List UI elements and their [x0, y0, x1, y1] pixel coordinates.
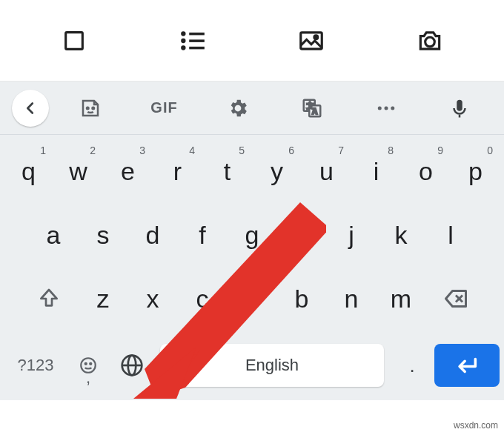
key-k[interactable]: k [377, 205, 426, 265]
svg-rect-6 [189, 46, 205, 48]
more-options-icon[interactable] [349, 86, 423, 130]
gif-button[interactable]: GIF [127, 86, 202, 130]
key-v[interactable]: v [228, 269, 277, 328]
svg-point-10 [87, 107, 89, 109]
key-o[interactable]: o9 [401, 142, 451, 201]
key-r[interactable]: r4 [153, 142, 202, 201]
key-l[interactable]: l [426, 205, 476, 265]
camera-icon[interactable] [412, 23, 448, 59]
svg-rect-4 [189, 32, 205, 34]
key-z[interactable]: z [79, 269, 128, 328]
svg-rect-0 [66, 32, 83, 49]
key-d[interactable]: d [128, 205, 178, 265]
keyboard-row-1: q1 w2 e3 r4 t5 y6 u7 i8 o9 p0 [0, 139, 504, 203]
keyboard-row-3: z x c v b n m [0, 267, 504, 331]
svg-rect-5 [189, 39, 205, 41]
svg-point-9 [425, 37, 435, 47]
key-y[interactable]: y6 [252, 142, 302, 201]
key-w[interactable]: w2 [53, 142, 103, 201]
watermark: wsxdn.com [454, 420, 498, 431]
key-t[interactable]: t5 [202, 142, 252, 201]
key-n[interactable]: n [327, 269, 377, 328]
keyboard: q1 w2 e3 r4 t5 y6 u7 i8 o9 p0 a s d f g … [0, 135, 504, 400]
keyboard-row-2: a s d f g h j k l [0, 203, 504, 267]
stickers-icon[interactable] [53, 86, 127, 130]
key-x[interactable]: x [128, 269, 178, 328]
svg-point-24 [90, 363, 91, 365]
key-c[interactable]: c [178, 269, 228, 328]
key-b[interactable]: b [277, 269, 327, 328]
svg-point-17 [384, 106, 388, 110]
svg-text:A: A [312, 107, 317, 115]
key-g[interactable]: g [228, 205, 277, 265]
emoji-key[interactable]: , [67, 342, 110, 389]
svg-point-3 [181, 45, 185, 50]
svg-point-16 [377, 106, 381, 110]
app-toolbar [0, 0, 504, 82]
svg-rect-19 [459, 114, 461, 117]
key-j[interactable]: j [327, 205, 377, 265]
language-switch-key[interactable] [110, 342, 154, 389]
voice-input-icon[interactable] [422, 86, 497, 130]
svg-point-11 [92, 107, 94, 109]
key-s[interactable]: s [79, 205, 128, 265]
key-p[interactable]: p0 [451, 142, 500, 201]
svg-point-8 [314, 35, 318, 39]
keyboard-row-4: ?123 , English . [0, 331, 504, 400]
key-h[interactable]: h [277, 205, 327, 265]
enter-key[interactable] [434, 344, 500, 387]
settings-gear-icon[interactable] [201, 86, 275, 130]
translate-icon[interactable]: 文A [275, 86, 349, 130]
key-f[interactable]: f [178, 205, 228, 265]
image-icon[interactable] [294, 23, 329, 59]
svg-point-1 [181, 31, 185, 36]
key-e[interactable]: e3 [103, 142, 153, 201]
svg-point-18 [391, 106, 394, 110]
svg-point-23 [85, 363, 87, 365]
keyboard-toolbar: GIF 文A [0, 82, 504, 135]
key-u[interactable]: u7 [302, 142, 351, 201]
shift-key[interactable] [19, 287, 79, 311]
backspace-key[interactable] [426, 285, 485, 312]
key-a[interactable]: a [29, 205, 79, 265]
svg-point-2 [181, 38, 185, 42]
collapse-toolbar-button[interactable] [12, 90, 49, 127]
note-text-icon[interactable] [56, 23, 92, 59]
symbols-key[interactable]: ?123 [4, 342, 67, 389]
key-m[interactable]: m [377, 269, 426, 328]
comma-label: , [86, 368, 90, 388]
spacebar[interactable]: English [160, 344, 384, 387]
period-key[interactable]: . [390, 342, 434, 389]
key-q[interactable]: q1 [4, 142, 53, 201]
list-icon[interactable] [175, 23, 210, 59]
key-i[interactable]: i8 [351, 142, 401, 201]
